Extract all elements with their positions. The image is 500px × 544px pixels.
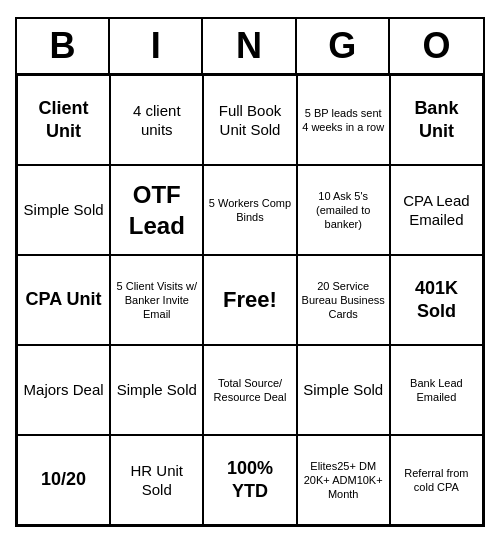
bingo-cell-22: 100% YTD	[203, 435, 296, 525]
bingo-cell-11: 5 Client Visits w/ Banker Invite Email	[110, 255, 203, 345]
bingo-cell-20: 10/20	[17, 435, 110, 525]
bingo-cell-8: 10 Ask 5's (emailed to banker)	[297, 165, 390, 255]
header-letter-g: G	[297, 19, 390, 73]
bingo-cell-13: 20 Service Bureau Business Cards	[297, 255, 390, 345]
bingo-cell-14: 401K Sold	[390, 255, 483, 345]
header-letter-b: B	[17, 19, 110, 73]
bingo-cell-6: OTF Lead	[110, 165, 203, 255]
header-letter-i: I	[110, 19, 203, 73]
bingo-cell-0: Client Unit	[17, 75, 110, 165]
bingo-cell-17: Total Source/ Resource Deal	[203, 345, 296, 435]
bingo-cell-24: Referral from cold CPA	[390, 435, 483, 525]
header-letter-o: O	[390, 19, 483, 73]
bingo-cell-2: Full Book Unit Sold	[203, 75, 296, 165]
bingo-cell-16: Simple Sold	[110, 345, 203, 435]
bingo-cell-9: CPA Lead Emailed	[390, 165, 483, 255]
bingo-cell-3: 5 BP leads sent 4 weeks in a row	[297, 75, 390, 165]
header-letter-n: N	[203, 19, 296, 73]
bingo-header: BINGO	[17, 19, 483, 75]
bingo-cell-23: Elites25+ DM 20K+ ADM10K+ Month	[297, 435, 390, 525]
bingo-cell-21: HR Unit Sold	[110, 435, 203, 525]
bingo-grid: Client Unit4 client unitsFull Book Unit …	[17, 75, 483, 525]
bingo-cell-15: Majors Deal	[17, 345, 110, 435]
bingo-cell-5: Simple Sold	[17, 165, 110, 255]
bingo-cell-19: Bank Lead Emailed	[390, 345, 483, 435]
bingo-cell-7: 5 Workers Comp Binds	[203, 165, 296, 255]
bingo-cell-10: CPA Unit	[17, 255, 110, 345]
bingo-cell-12: Free!	[203, 255, 296, 345]
bingo-cell-18: Simple Sold	[297, 345, 390, 435]
bingo-cell-1: 4 client units	[110, 75, 203, 165]
bingo-cell-4: Bank Unit	[390, 75, 483, 165]
bingo-card: BINGO Client Unit4 client unitsFull Book…	[15, 17, 485, 527]
